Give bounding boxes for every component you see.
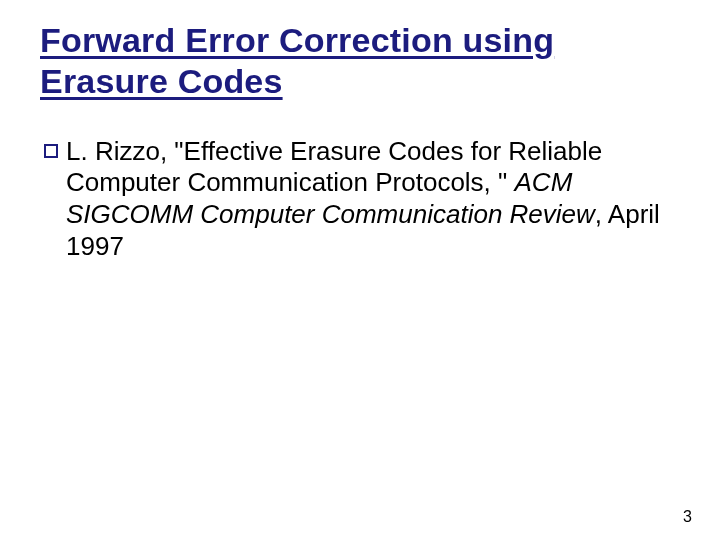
page-number: 3: [683, 508, 692, 526]
list-item: L. Rizzo, "Effective Erasure Codes for R…: [44, 136, 680, 263]
bullet-text: L. Rizzo, "Effective Erasure Codes for R…: [66, 136, 680, 263]
square-bullet-icon: [44, 144, 58, 158]
slide-title: Forward Error Correction using Erasure C…: [40, 20, 680, 102]
slide-body: L. Rizzo, "Effective Erasure Codes for R…: [40, 136, 680, 263]
slide: Forward Error Correction using Erasure C…: [0, 0, 720, 540]
